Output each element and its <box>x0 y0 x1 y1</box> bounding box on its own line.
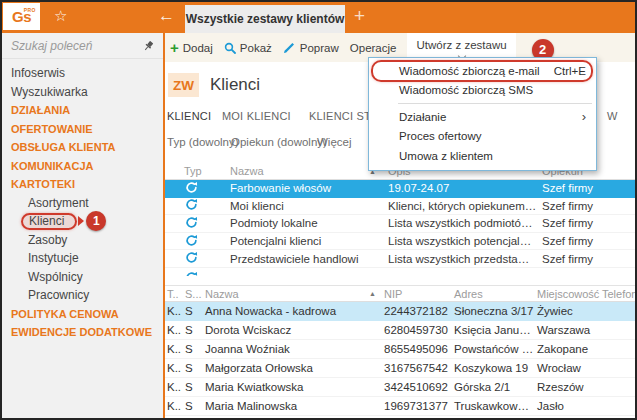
column-header-telefon[interactable]: Telefon <box>600 288 637 300</box>
client-row-anna-nowacka-kadrowa[interactable]: K..SAnna Nowacka - kadrowa2244372182Słon… <box>165 302 635 321</box>
set-type-cell <box>165 198 225 213</box>
client-address: Górska 2/1 <box>450 381 535 393</box>
submenu-arrow-icon: › <box>582 110 586 123</box>
client-row-joanna-wozniak[interactable]: K..SJoanna Woźniak8655495096Powstańców L… <box>165 340 635 359</box>
set-name: Przedstawiciele handlowi <box>225 253 380 265</box>
sets-grid-body: Farbowanie włosów19.07-24.07Szef firmyMo… <box>165 180 635 268</box>
client-address: Słoneczna 3/17 <box>450 305 535 317</box>
window-tab[interactable]: Wszystkie zestawy klientów <box>185 5 345 33</box>
sidebar-item-label: KOMUNIKACJA <box>11 160 94 172</box>
menu-item-wiadomosc-zbiorcza-e-mail[interactable]: Wiadomość zbiorczą e-mailCtrl+E <box>369 61 596 81</box>
client-status: S <box>182 343 202 355</box>
sidebar-item-zasoby[interactable]: Zasoby <box>2 231 163 250</box>
filter-opiekun-dowolny[interactable]: Opiekun (dowolny) <box>231 136 327 148</box>
sidebar-item-klienci[interactable]: Klienci1 <box>2 212 163 231</box>
column-header-nazwa[interactable]: Nazwa ▲ <box>225 165 380 177</box>
filter-wiecej[interactable]: Więcej <box>317 136 352 148</box>
tab-klienci[interactable]: KLIENCI <box>167 110 211 122</box>
column-header-nip[interactable]: NIP <box>380 288 450 300</box>
favorites-star-icon[interactable]: ☆ <box>54 7 67 25</box>
sidebar-item-dzia-ania[interactable]: DZIAŁANIA <box>2 101 163 120</box>
add-button[interactable]: + Dodaj <box>170 40 213 55</box>
sidebar-item-label: OFERTOWANIE <box>11 123 93 135</box>
column-header-s[interactable]: S... <box>182 288 202 300</box>
client-address: Powstańców List... <box>450 343 535 355</box>
sidebar-item-wspolnicy[interactable]: Wspólnicy <box>2 268 163 287</box>
menu-item-proces-ofertowy[interactable]: Proces ofertowy <box>369 127 596 147</box>
tab-moi-klienci[interactable]: MOI KLIENCI <box>222 110 291 122</box>
column-header-miejscowosc[interactable]: Miejscowość <box>535 288 600 300</box>
client-address: Truskawkowa 12 <box>450 400 535 412</box>
sidebar-item-label: Klienci <box>29 214 64 228</box>
sidebar-item-obs-uga-klienta[interactable]: OBSŁUGA KLIENTA <box>2 138 163 157</box>
column-header-nazwa-label: Nazwa <box>230 165 264 177</box>
menu-item-label: Działanie <box>399 111 446 123</box>
set-name: Moi klienci <box>225 200 380 212</box>
sidebar-item-polityka-cenowa[interactable]: POLITYKA CENOWA <box>2 305 163 324</box>
operations-button[interactable]: Operacje <box>350 42 397 54</box>
sidebar-item-label: Instytucje <box>28 251 79 265</box>
set-row-potencjalni-klienci[interactable]: Potencjalni klienciLista wszystkich pote… <box>165 233 635 251</box>
sidebar-item-ofertowanie[interactable]: OFERTOWANIE <box>2 120 163 139</box>
set-owner: Szef firmy <box>537 235 635 247</box>
sidebar-item-kartoteki[interactable]: KARTOTEKI <box>2 175 163 194</box>
client-address: Księcia Janusza... <box>450 324 535 336</box>
sets-grid-partial-row <box>165 268 635 276</box>
show-button[interactable]: Pokaż <box>224 42 272 54</box>
sidebar-item-label: OBSŁUGA KLIENTA <box>11 141 116 153</box>
client-row-ma-gorzata-or-owska[interactable]: K..SMałgorzata Orłowska3167567542Koszyko… <box>165 359 635 378</box>
logo-pro-label: PRO <box>24 7 36 13</box>
sidebar-item-label: Asortyment <box>28 196 89 210</box>
sidebar-item-komunikacja[interactable]: KOMUNIKACJA <box>2 157 163 176</box>
set-row-moi-klienci[interactable]: Moi klienciKlienci, których opiekunem je… <box>165 198 635 216</box>
column-header-adres[interactable]: Adres <box>450 288 535 300</box>
annotation-pointer <box>78 216 84 226</box>
client-nip: 3424510692 <box>380 381 450 393</box>
tab-w[interactable]: W <box>607 110 618 122</box>
column-header-t[interactable]: T.. <box>165 288 182 300</box>
pin-icon[interactable] <box>143 40 154 52</box>
sidebar-item-label: Wspólnicy <box>28 270 83 284</box>
annotation-step-1: 1 <box>86 211 106 231</box>
menu-separator <box>398 103 592 104</box>
refresh-icon <box>185 216 198 229</box>
menu-item-umowa-z-klientem[interactable]: Umowa z klientem <box>369 146 596 166</box>
client-type: K.. <box>165 305 182 317</box>
menu-item-wiadomosc-zbiorcza-sms[interactable]: Wiadomość zbiorczą SMS <box>369 81 596 101</box>
menu-item-label: Wiadomość zbiorczą e-mail <box>399 65 540 77</box>
sidebar-item-pracownicy[interactable]: Pracownicy <box>2 286 163 305</box>
set-description: Lista wszystkich przedstawicieli h... <box>380 253 537 265</box>
search-icon <box>224 42 236 54</box>
sidebar-item-wyszukiwarka[interactable]: Wyszukiwarka <box>2 83 163 102</box>
sidebar: Szukaj poleceń InfoserwisWyszukiwarkaDZI… <box>2 33 163 418</box>
client-row-maria-kwiatkowska[interactable]: K..SMaria Kwiatkowska3424510692Górska 2/… <box>165 378 635 397</box>
client-status: S <box>182 362 202 374</box>
search-placeholder[interactable]: Szukaj poleceń <box>11 39 143 53</box>
client-status: S <box>182 305 202 317</box>
sidebar-item-instytucje[interactable]: Instytucje <box>2 249 163 268</box>
client-row-maria-malinowska[interactable]: K..SMaria Malinowska1969731377Truskawkow… <box>165 397 635 416</box>
refresh-icon <box>185 251 198 264</box>
menu-item-dzia-anie[interactable]: Działanie› <box>369 107 596 127</box>
new-tab-plus-icon[interactable]: + <box>354 5 365 27</box>
command-search[interactable]: Szukaj poleceń <box>2 33 163 59</box>
client-city: Rzeszów <box>535 381 600 393</box>
column-header-typ[interactable]: Typ <box>165 165 225 177</box>
back-arrow-icon[interactable]: ← <box>158 6 175 26</box>
filter-typ-dowolny[interactable]: Typ (dowolny) <box>167 136 239 148</box>
sidebar-item-asortyment[interactable]: Asortyment <box>2 194 163 213</box>
client-type: K.. <box>165 400 182 412</box>
column-header-nazwa2[interactable]: Nazwa ▲ <box>202 288 380 300</box>
set-description: Klienci, których opiekunem jest z... <box>380 200 537 212</box>
edit-button[interactable]: Popraw <box>283 42 339 54</box>
set-description: 19.07-24.07 <box>380 182 537 194</box>
annotation-box-1: Klienci <box>21 213 77 230</box>
set-row-farbowanie-w-osow[interactable]: Farbowanie włosów19.07-24.07Szef firmy <box>165 180 635 198</box>
edit-button-label: Popraw <box>300 42 339 54</box>
set-row-podmioty-lokalne[interactable]: Podmioty lokalneLista wszystkich podmiot… <box>165 215 635 233</box>
sidebar-item-infoserwis[interactable]: Infoserwis <box>2 64 163 83</box>
sidebar-item-ewidencje-dodatkowe[interactable]: EWIDENCJE DODATKOWE <box>2 323 163 342</box>
sidebar-menu: InfoserwisWyszukiwarkaDZIAŁANIAOFERTOWAN… <box>2 59 163 342</box>
set-row-przedstawiciele-handlowi[interactable]: Przedstawiciele handlowiLista wszystkich… <box>165 250 635 268</box>
client-row-dorota-wciskacz[interactable]: K..SDorota Wciskacz6280459730Księcia Jan… <box>165 321 635 340</box>
